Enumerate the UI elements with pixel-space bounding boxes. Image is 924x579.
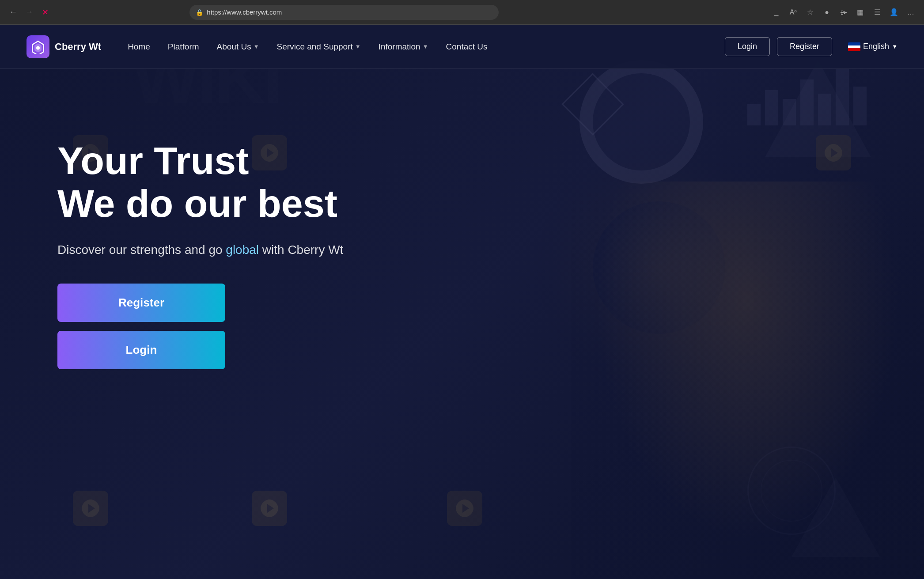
service-dropdown-arrow: ▼ xyxy=(355,43,361,50)
profile-icon[interactable]: ● xyxy=(821,6,833,19)
subtitle-highlight: global xyxy=(226,243,259,257)
hero-title-line2: We do our best xyxy=(57,182,337,225)
nav-links: Home Platform About Us ▼ Service and Sup… xyxy=(128,42,725,52)
navbar: Cberry Wt Home Platform About Us ▼ Servi… xyxy=(0,25,924,69)
logo-text: Cberry Wt xyxy=(55,41,101,53)
tabs-icon[interactable]: ▦ xyxy=(854,6,867,19)
lock-icon: 🔒 xyxy=(196,9,203,16)
hero-title: Your Trust We do our best xyxy=(57,140,880,225)
logo-area[interactable]: Cberry Wt xyxy=(27,35,101,58)
hero-login-button[interactable]: Login xyxy=(57,331,225,369)
language-label: English xyxy=(863,42,889,51)
login-button[interactable]: Login xyxy=(725,37,770,56)
nav-about-us[interactable]: About Us ▼ xyxy=(217,42,259,52)
address-bar[interactable]: 🔒 https://www.cberrywt.com xyxy=(189,5,499,20)
logo-icon xyxy=(27,35,49,58)
language-selector[interactable]: English ▼ xyxy=(848,42,897,51)
sidebar-icon[interactable]: ☰ xyxy=(871,6,883,19)
browser-controls: ← → ✕ xyxy=(7,6,51,19)
close-button[interactable]: ✕ xyxy=(39,6,51,19)
about-us-dropdown-arrow: ▼ xyxy=(254,43,259,50)
register-button[interactable]: Register xyxy=(777,37,832,56)
flag-icon xyxy=(848,42,860,51)
hero-buttons: Register Login xyxy=(57,284,225,369)
nav-platform[interactable]: Platform xyxy=(168,42,199,52)
hero-title-line1: Your Trust xyxy=(57,139,249,182)
nav-service-support[interactable]: Service and Support ▼ xyxy=(277,42,361,52)
browser-actions: ⎯ Aᵃ ☆ ● ⌲ ▦ ☰ 👤 … xyxy=(770,6,917,19)
svg-point-2 xyxy=(36,46,40,49)
more-icon[interactable]: … xyxy=(905,6,917,19)
nav-auth: Login Register English ▼ xyxy=(725,37,897,56)
account-icon[interactable]: 👤 xyxy=(888,6,900,19)
browser-chrome: ← → ✕ 🔒 https://www.cberrywt.com ⎯ Aᵃ ☆ … xyxy=(0,0,924,25)
url-text: https://www.cberrywt.com xyxy=(207,8,282,16)
hero-section: Your Trust We do our best Discover our s… xyxy=(0,69,924,369)
nav-home[interactable]: Home xyxy=(128,42,150,52)
favorites-icon[interactable]: ☆ xyxy=(804,6,816,19)
hero-subtitle: Discover our strengths and go global wit… xyxy=(57,243,880,257)
information-dropdown-arrow: ▼ xyxy=(423,43,428,50)
subtitle-suffix: with Cberry Wt xyxy=(259,243,343,257)
forward-button[interactable]: → xyxy=(23,6,35,19)
translate-icon[interactable]: Aᵃ xyxy=(787,6,799,19)
nav-contact-us[interactable]: Contact Us xyxy=(446,42,488,52)
language-dropdown-arrow: ▼ xyxy=(892,43,897,50)
subtitle-prefix: Discover our strengths and go xyxy=(57,243,226,257)
back-button[interactable]: ← xyxy=(7,6,19,19)
nav-information[interactable]: Information ▼ xyxy=(379,42,428,52)
website: WIKI xyxy=(0,25,924,579)
extensions-icon[interactable]: ⌲ xyxy=(837,6,850,19)
reader-mode-icon[interactable]: ⎯ xyxy=(770,6,783,19)
hero-register-button[interactable]: Register xyxy=(57,284,225,322)
